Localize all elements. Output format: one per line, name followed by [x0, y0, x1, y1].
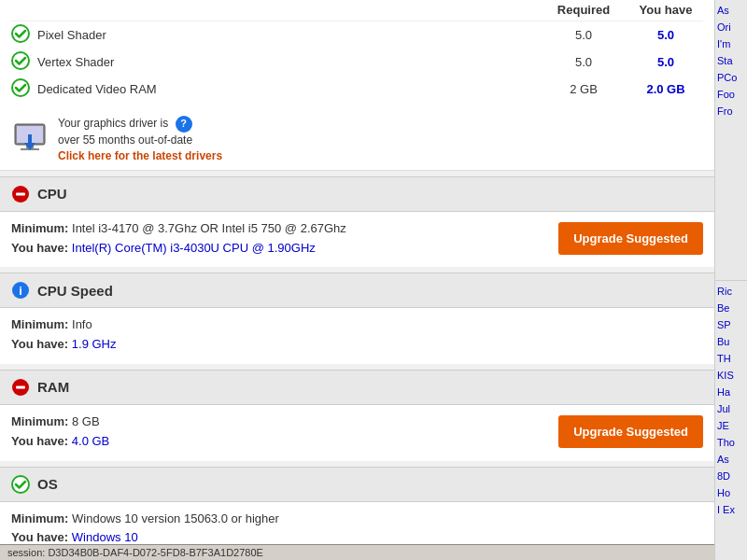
status-bar: session: D3D34B0B-DAF4-D072-5FD8-B7F3A1D… [0, 544, 714, 560]
section-ram: RAM Minimum: 8 GB You have: 4.0 GB Upgra… [0, 370, 714, 461]
spec-name-pixel-shader: Pixel Shader [37, 28, 539, 42]
cpu-speed-details: Minimum: Info You have: 1.9 GHz [11, 315, 703, 355]
sidebar-link-je[interactable]: JE [717, 417, 745, 434]
check-icon-pixel-shader [11, 24, 30, 46]
ram-minimum-value: 8 GB [72, 414, 100, 428]
col-required: Required [546, 3, 621, 17]
os-youhave-label: You have: [11, 530, 68, 544]
ram-details: Minimum: 8 GB You have: 4.0 GB [11, 413, 547, 452]
stop-icon-cpu [11, 185, 30, 203]
sidebar-link-ha[interactable]: Ha [717, 384, 745, 400]
sidebar-link-sp[interactable]: SP [717, 316, 745, 333]
section-title-os: OS [37, 476, 58, 492]
cpu-details: Minimum: Intel i3-4170 @ 3.7Ghz OR Intel… [11, 219, 547, 259]
svg-point-1 [12, 52, 29, 69]
sidebar-link-be[interactable]: Be [717, 300, 745, 316]
spec-required-vertex-shader: 5.0 [546, 55, 621, 69]
cpu-minimum-label: Minimum: [11, 221, 68, 235]
os-youhave-value: Windows 10 [72, 530, 138, 544]
driver-notice-row: Your graphics driver is ? over 55 months… [0, 108, 714, 171]
status-text: session: D3D34B0B-DAF4-D072-5FD8-B7F3A1D… [7, 547, 263, 558]
driver-icon [11, 120, 49, 158]
spec-name-vertex-shader: Vertex Shader [37, 55, 539, 69]
sidebar-link-ric[interactable]: Ric [717, 283, 745, 300]
cpu-youhave-label: You have: [11, 241, 68, 255]
svg-rect-10 [16, 192, 25, 195]
section-title-cpu: CPU [37, 186, 67, 202]
spec-row-vram: Dedicated Video RAM 2 GB 2.0 GB [11, 76, 703, 103]
sidebar-link-tho[interactable]: Tho [717, 434, 745, 451]
info-icon-cpu-speed: i [11, 281, 30, 300]
check-icon-os [11, 475, 30, 494]
sidebar-link-jul[interactable]: Jul [717, 400, 745, 417]
sidebar-link-as[interactable]: As [717, 2, 745, 19]
svg-text:i: i [19, 284, 22, 298]
spec-required-pixel-shader: 5.0 [546, 28, 621, 42]
cpuspeed-minimum-label: Minimum: [11, 317, 68, 331]
driver-text-line1: Your graphics driver is [58, 117, 168, 130]
help-icon[interactable]: ? [176, 116, 192, 133]
ram-youhave-value: 4.0 GB [72, 434, 109, 448]
cpuspeed-youhave-label: You have: [11, 337, 68, 351]
sidebar-link-as2[interactable]: As [717, 451, 745, 468]
section-title-ram: RAM [37, 379, 69, 395]
sidebar-link-im[interactable]: I'm [717, 35, 745, 52]
spec-have-vram: 2.0 GB [628, 82, 703, 96]
section-cpu: CPU Minimum: Intel i3-4170 @ 3.7Ghz OR I… [0, 176, 714, 268]
spec-have-vertex-shader: 5.0 [628, 55, 703, 69]
stop-icon-ram [11, 378, 30, 397]
right-sidebar: As Ori I'm Sta PCo Foo Fro Ric Be SP Bu … [714, 0, 747, 560]
spec-name-vram: Dedicated Video RAM [37, 82, 539, 96]
sidebar-link-foo[interactable]: Foo [717, 86, 745, 103]
os-minimum-label: Minimum: [11, 511, 68, 525]
check-icon-vram [11, 78, 30, 100]
sidebar-link-ho[interactable]: Ho [717, 484, 745, 501]
svg-point-2 [12, 79, 29, 96]
sidebar-link-fro[interactable]: Fro [717, 103, 745, 119]
svg-point-15 [12, 476, 29, 493]
svg-point-0 [12, 25, 29, 42]
sidebar-link-pco[interactable]: PCo [717, 69, 745, 86]
svg-rect-14 [16, 385, 25, 388]
driver-text: Your graphics driver is ? over 55 months… [58, 116, 703, 162]
driver-text-line2: over 55 months out-of-date [58, 133, 703, 148]
sidebar-link-kis[interactable]: KIS [717, 367, 745, 384]
spec-row-vertex-shader: Vertex Shader 5.0 5.0 [11, 49, 703, 76]
sidebar-link-sta[interactable]: Sta [717, 52, 745, 69]
cpu-youhave-value: Intel(R) Core(TM) i3-4030U CPU @ 1.90GHz [72, 241, 316, 255]
upgrade-btn-ram[interactable]: Upgrade Suggested [558, 415, 703, 448]
sidebar-link-ori[interactable]: Ori [717, 19, 745, 35]
ram-minimum-label: Minimum: [11, 414, 68, 428]
sidebar-link-8d[interactable]: 8D [717, 468, 745, 484]
cpu-minimum-value: Intel i3-4170 @ 3.7Ghz OR Intel i5 750 @… [72, 221, 346, 235]
sidebar-link-iex[interactable]: I Ex [717, 501, 745, 518]
os-details: Minimum: Windows 10 version 15063.0 or h… [11, 510, 703, 549]
sidebar-link-bu[interactable]: Bu [717, 333, 745, 350]
col-you-have: You have [628, 3, 703, 17]
section-title-cpu-speed: CPU Speed [37, 283, 113, 299]
svg-rect-8 [28, 134, 32, 143]
check-icon-vertex-shader [11, 51, 30, 73]
spec-have-pixel-shader: 5.0 [628, 28, 703, 42]
sidebar-link-th[interactable]: TH [717, 350, 745, 367]
driver-link[interactable]: Click here for the latest drivers [58, 149, 222, 162]
sidebar-bottom: Ric Be SP Bu TH KIS Ha Jul JE Tho As 8D … [715, 281, 747, 561]
section-cpu-speed: i CPU Speed Minimum: Info You have: 1.9 … [0, 273, 714, 364]
os-minimum-value: Windows 10 version 15063.0 or higher [72, 511, 279, 525]
ram-youhave-label: You have: [11, 434, 68, 448]
sidebar-top: As Ori I'm Sta PCo Foo Fro [715, 0, 747, 281]
upgrade-btn-cpu[interactable]: Upgrade Suggested [558, 222, 703, 255]
cpuspeed-youhave-value: 1.9 GHz [72, 337, 117, 351]
cpuspeed-minimum-value: Info [72, 317, 92, 331]
spec-required-vram: 2 GB [546, 82, 621, 96]
spec-row-pixel-shader: Pixel Shader 5.0 5.0 [11, 21, 703, 49]
